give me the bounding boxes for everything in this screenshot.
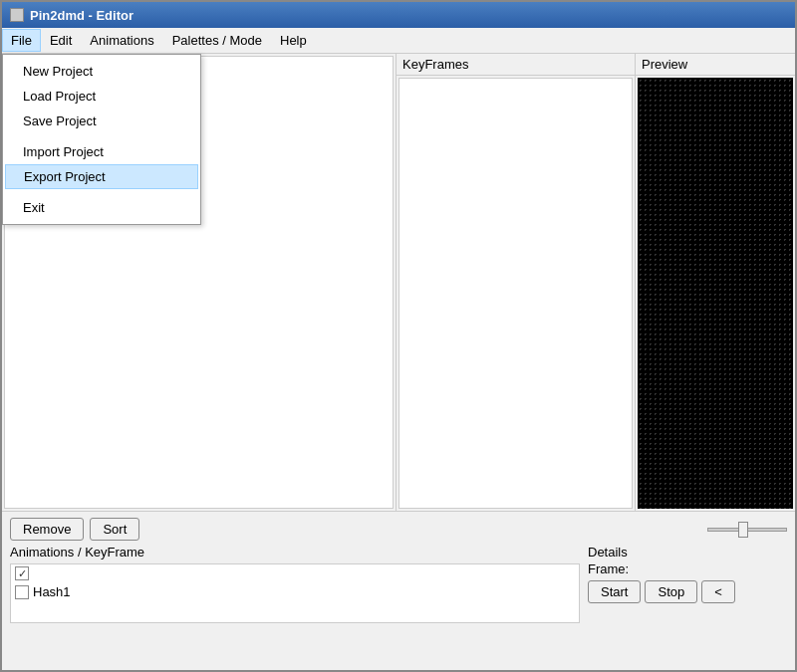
file-dropdown-menu: New Project Load Project Save Project Im… [2, 54, 201, 225]
animations-panel: Hash1 [10, 563, 580, 623]
window-title: Pin2dmd - Editor [30, 8, 133, 23]
start-button[interactable]: Start [588, 580, 641, 603]
preview-display [638, 78, 793, 509]
menu-load-project[interactable]: Load Project [3, 84, 200, 109]
bottom-toolbar: Remove Sort [10, 518, 787, 541]
animations-section: Animations / KeyFrame Hash1 Details [10, 545, 787, 664]
menu-edit[interactable]: Edit [41, 29, 81, 52]
sort-button[interactable]: Sort [90, 518, 139, 541]
main-window: Pin2dmd - Editor File Edit Animations Pa… [0, 0, 797, 672]
menu-help[interactable]: Help [271, 29, 316, 52]
menu-save-project[interactable]: Save Project [3, 109, 200, 133]
menu-export-project[interactable]: Export Project [5, 164, 198, 189]
keyframes-header: KeyFrames [397, 54, 635, 76]
list-item-hash1-label: Hash1 [33, 584, 71, 599]
menu-exit[interactable]: Exit [3, 195, 200, 220]
remove-button[interactable]: Remove [10, 518, 84, 541]
preview-header: Preview [636, 54, 795, 76]
checkbox-hash1[interactable] [15, 585, 29, 599]
animations-keyframe-label: Animations / KeyFrame [10, 545, 580, 560]
panel-keyframes: KeyFrames [397, 54, 636, 511]
list-item [11, 564, 579, 582]
keyframes-label: KeyFrames [402, 57, 468, 72]
frame-label: Frame: [588, 561, 787, 576]
slider-thumb[interactable] [738, 522, 748, 538]
details-buttons: Start Stop < [588, 580, 787, 603]
details-section: Details Frame: Start Stop < [588, 545, 787, 664]
menu-animations[interactable]: Animations [81, 29, 162, 52]
menu-file[interactable]: File [2, 29, 41, 52]
panel-preview: Preview [636, 54, 795, 511]
title-bar: Pin2dmd - Editor [2, 2, 795, 28]
stop-button[interactable]: Stop [645, 580, 697, 603]
bottom-toolbar-right [707, 528, 787, 532]
menu-import-project[interactable]: Import Project [3, 139, 200, 164]
keyframes-body [398, 78, 633, 509]
animations-list: Animations / KeyFrame Hash1 [10, 545, 580, 664]
bottom-toolbar-left: Remove Sort [10, 518, 139, 541]
menu-bar: File Edit Animations Palettes / Mode Hel… [2, 28, 795, 54]
details-label: Details [588, 545, 787, 560]
dot-matrix-display [638, 78, 793, 509]
menu-palettes[interactable]: Palettes / Mode [163, 29, 271, 52]
nav-back-button[interactable]: < [701, 580, 735, 603]
list-item: Hash1 [11, 582, 579, 601]
menu-new-project[interactable]: New Project [3, 59, 200, 84]
slider-track[interactable] [707, 528, 787, 532]
bottom-area: Remove Sort Animations / KeyFrame [2, 511, 795, 670]
checkbox-checked[interactable] [15, 566, 29, 580]
preview-label: Preview [642, 57, 687, 72]
slider-container [707, 528, 787, 532]
app-icon [10, 8, 24, 22]
